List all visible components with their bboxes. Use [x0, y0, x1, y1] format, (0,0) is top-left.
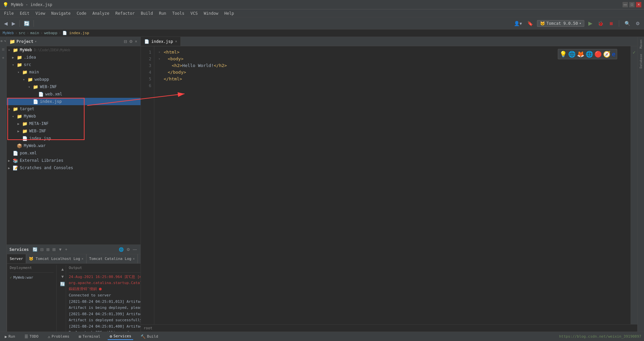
output-tab-catalina-log[interactable]: Tomcat Catalina Log × [87, 254, 138, 263]
services-settings[interactable]: ⚙ [125, 247, 131, 253]
toolbar-sync-button[interactable]: 🔄 [22, 20, 31, 27]
right-sidebar-database[interactable]: Database [639, 53, 643, 70]
toolbar-back-button[interactable]: ◀ [3, 20, 9, 27]
services-expand-all[interactable]: ⊞ [45, 247, 51, 253]
code-line-5: </html> [158, 76, 631, 82]
menu-refactor[interactable]: Refactor [113, 10, 138, 16]
tree-item-indexjsp[interactable]: ▶ 📄 index.jsp [7, 98, 141, 105]
breadcrumb-main[interactable]: main [30, 31, 39, 35]
browser-safari-icon[interactable]: 🧭 [603, 51, 610, 58]
tree-item-webapp[interactable]: ▾ 📁 webapp [7, 76, 141, 83]
output-tab-localhost-log[interactable]: 🐱 Tomcat Localhost Log × [26, 254, 87, 263]
sidebar-favorites-icon[interactable]: ★ [2, 55, 4, 60]
menu-edit[interactable]: Edit [17, 10, 32, 16]
services-add[interactable]: + [64, 247, 68, 253]
output-deploy-up[interactable]: ▲ [60, 266, 66, 272]
menu-vcs[interactable]: VCS [188, 10, 201, 16]
tree-item-web-inf2[interactable]: ▶ 📁 WEB-INF [7, 127, 141, 135]
sidebar-structure-icon[interactable]: ≡ [2, 47, 4, 52]
toolbar-forward-button[interactable]: ▶ [10, 20, 17, 27]
tree-item-web-inf[interactable]: ▾ 📁 WEB-INF [7, 83, 141, 90]
services-refresh[interactable]: 🔄 [32, 247, 39, 253]
tree-item-webxml[interactable]: ▶ 📄 web.xml [7, 90, 141, 98]
toolbar-bookmark-button[interactable]: 🔖 [526, 20, 534, 27]
project-close[interactable]: × [134, 39, 138, 45]
tree-item-main[interactable]: ▾ 📁 main [7, 68, 141, 76]
run-config-selector[interactable]: 🐱 Tomcat 9.0.50 ▾ [537, 20, 584, 27]
menu-file[interactable]: File [1, 10, 16, 16]
tree-item-idea[interactable]: ▶ 📁 .idea [7, 54, 141, 61]
tree-item-pom[interactable]: ▶ 📄 pom.xml [7, 149, 141, 157]
tree-item-target-myweb[interactable]: ▾ 📁 MyWeb [7, 113, 141, 120]
menu-navigate[interactable]: Navigate [49, 10, 73, 16]
project-settings[interactable]: ⚙ [128, 39, 133, 45]
menu-code[interactable]: Code [74, 10, 89, 16]
output-deploy-sync[interactable]: 🔄 [59, 281, 66, 287]
breadcrumb-myweb[interactable]: MyWeb [3, 31, 14, 35]
editor-right-sidebar: ✓ [631, 46, 637, 324]
tree-item-scratches[interactable]: ▶ 📝 Scratches and Consoles [7, 164, 141, 172]
bottom-terminal[interactable]: ⊞ Terminal [77, 334, 102, 340]
services-minimize[interactable]: — [132, 247, 138, 253]
tree-item-target-indexjsp[interactable]: ▶ 📄 index.jsp [7, 135, 141, 142]
toolbar-debug-button[interactable]: 🐞 [596, 20, 605, 27]
tree-item-myweb[interactable]: ▾ 📁 MyWeb D:\Code\IDEA\MyWeb [7, 46, 141, 54]
services-group[interactable]: ⊞ [51, 247, 57, 253]
browser-firefox-icon[interactable]: 🦊 [577, 51, 584, 58]
menu-tools[interactable]: Tools [170, 10, 187, 16]
menu-build[interactable]: Build [138, 10, 156, 16]
browser-idea-icon[interactable]: 💡 [559, 51, 567, 58]
services-filter[interactable]: ▼ [57, 247, 63, 253]
menu-run[interactable]: Run [156, 10, 169, 16]
tree-item-src[interactable]: ▾ 📁 src [7, 61, 141, 68]
bottom-run[interactable]: ▶ Run [3, 334, 17, 340]
browser-chrome-icon[interactable]: 🌐 [568, 51, 576, 58]
services-globe[interactable]: 🌐 [118, 247, 125, 253]
editor-tab-indexjsp[interactable]: 📄 index.jsp × [141, 37, 181, 46]
toolbar-stop-button[interactable]: ⏹ [607, 20, 615, 27]
code-line-4: </body> [158, 69, 631, 76]
tree-item-target[interactable]: ▾ 📁 target [7, 105, 141, 113]
toolbar-settings-button[interactable]: ⚙ [634, 20, 641, 27]
browser-ie-icon[interactable]: e [612, 51, 615, 58]
tab-close-indexjsp[interactable]: × [175, 40, 177, 43]
tree-item-mywebwar[interactable]: ▶ 📦 MyWeb.war [7, 142, 141, 149]
terminal-icon: ⊞ [79, 334, 81, 339]
toolbar-profile-button[interactable]: 👤▾ [513, 20, 523, 27]
right-sidebar-maven[interactable]: Maven [639, 38, 643, 50]
browser-opera-icon[interactable]: 🔴 [594, 51, 602, 58]
browser-edge-icon[interactable]: 🌐 [586, 51, 593, 58]
breadcrumb-file[interactable]: 📄 index.jsp [62, 31, 89, 35]
menu-help[interactable]: Help [222, 10, 237, 16]
toolbar-run-green-button[interactable]: ▶ [587, 19, 594, 27]
status-bar-url[interactable]: https://blog.csdn.net/weixin_39190897 [559, 334, 641, 339]
bottom-problems[interactable]: ⚠ Problems [46, 334, 71, 340]
breadcrumb-src[interactable]: src [19, 31, 25, 35]
toolbar-search-button[interactable]: 🔍 [623, 20, 632, 27]
maximize-button[interactable]: □ [629, 2, 635, 7]
output-deploy-down[interactable]: ▼ [60, 274, 66, 280]
project-collapse-all[interactable]: ⊟ [123, 39, 128, 45]
output-tab-server[interactable]: Server [7, 254, 26, 263]
menu-view[interactable]: View [33, 10, 48, 16]
bottom-todo[interactable]: ☰ TODO [22, 334, 41, 340]
services-collapse[interactable]: ⊟ [39, 247, 45, 253]
menu-analyze[interactable]: Analyze [90, 10, 112, 16]
bottom-services[interactable]: ⚙ Services [108, 333, 133, 340]
editor-code[interactable]: ▾ <html> ▾ <body> <h2>Hello World!</h2> … [154, 46, 631, 324]
deploy-item-mywebwar[interactable]: ✓ MyWeb:war [10, 274, 54, 281]
output-panel: Server 🐱 Tomcat Localhost Log × Tomcat C… [7, 254, 141, 332]
menu-window[interactable]: Window [201, 10, 221, 16]
close-button[interactable]: ✕ [636, 2, 641, 7]
todo-icon: ☰ [24, 334, 28, 339]
right-sidebar-panel: Maven Database [637, 37, 644, 332]
services-body: ▶ ⏹ 🔁 ▾ 🐱 Tomcat Server ▾ ▶ Running [7, 254, 141, 332]
window-title: MyWeb - index.jsp [11, 2, 52, 7]
tree-item-extlibs[interactable]: ▶ 📚 External Libraries [7, 157, 141, 164]
minimize-button[interactable]: — [623, 2, 628, 7]
code-line-3: <h2>Hello World!</h2> [158, 62, 631, 69]
breadcrumb-webapp[interactable]: webapp [44, 31, 57, 35]
tree-item-meta-inf[interactable]: ▶ 📁 META-INF [7, 120, 141, 127]
bottom-build[interactable]: 🔨 Build [139, 334, 160, 340]
editor-tab-bar: 📄 index.jsp × [141, 37, 637, 46]
